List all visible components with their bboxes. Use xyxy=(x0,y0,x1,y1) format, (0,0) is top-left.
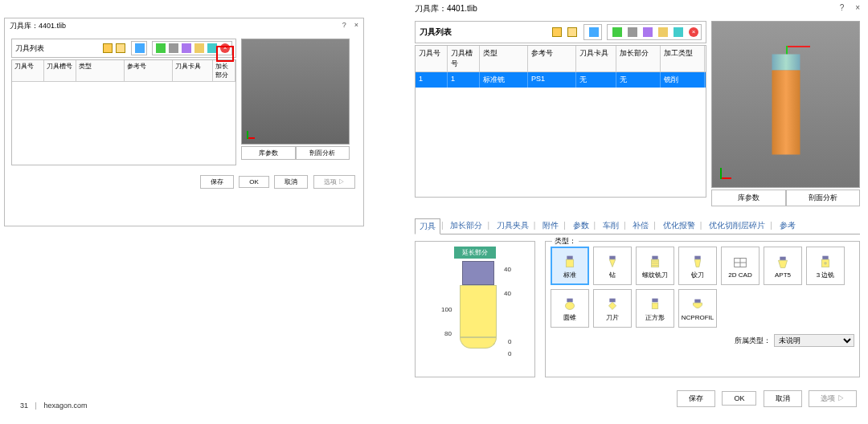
svg-rect-23 xyxy=(652,298,657,302)
tab-holder[interactable]: 刀具夹具 xyxy=(493,218,533,233)
svg-marker-10 xyxy=(694,259,700,267)
tool-icon-3[interactable] xyxy=(168,43,179,54)
left-library-dialog: 刀具库：4401.tlib ? × 刀具列表 xyxy=(4,18,364,226)
svg-rect-2 xyxy=(609,255,615,259)
type-reamer[interactable]: 铰刀 xyxy=(678,247,717,285)
tab-attachment[interactable]: 附件 xyxy=(538,218,563,233)
tool-icon-3[interactable] xyxy=(626,26,639,39)
tool-icon-5[interactable] xyxy=(657,26,669,39)
left-options-button[interactable]: 选项 ▷ xyxy=(313,175,355,189)
type-3flute[interactable]: 3 边铣 xyxy=(806,247,845,285)
type-insert[interactable]: 刀片 xyxy=(593,289,632,328)
right-ok-button[interactable]: OK xyxy=(722,391,756,406)
right-cancel-button[interactable]: 取消 xyxy=(764,390,802,407)
axis-icon xyxy=(720,165,735,179)
svg-marker-15 xyxy=(779,260,788,267)
belong-type-label: 所属类型： xyxy=(735,336,771,346)
page-footer: 31 | hexagon.com xyxy=(20,402,87,410)
left-ok-button[interactable]: OK xyxy=(239,176,269,188)
type-standard[interactable]: 标准 xyxy=(551,247,589,285)
right-options-button[interactable]: 选项 ▷ xyxy=(809,390,857,407)
svg-rect-19 xyxy=(567,298,572,302)
tool-icon-4[interactable] xyxy=(181,43,192,54)
tool-icon-1[interactable] xyxy=(588,26,600,39)
red-highlight-box xyxy=(216,46,234,62)
type-cone[interactable]: 圆锥 xyxy=(551,289,589,328)
type-apt5[interactable]: APT5 xyxy=(764,247,802,285)
svg-rect-9 xyxy=(694,255,700,259)
svg-rect-16 xyxy=(822,255,828,259)
section-analysis-button[interactable]: 剖面分析 xyxy=(786,190,861,206)
left-tool-table: 刀具号 刀具槽号 类型 参考号 刀具卡具 加长部分 xyxy=(11,59,236,165)
right-save-button[interactable]: 保存 xyxy=(677,390,715,407)
left-help-button[interactable]: ? xyxy=(342,21,346,29)
lib-params-button[interactable]: 库参数 xyxy=(241,146,296,160)
tool-icon-5[interactable] xyxy=(194,43,205,54)
svg-rect-25 xyxy=(694,299,700,303)
type-thread-mill[interactable]: 螺纹铣刀 xyxy=(636,247,674,285)
tab-extension[interactable]: 加长部分 xyxy=(446,218,486,233)
right-help-button[interactable]: ? xyxy=(840,3,845,12)
svg-rect-4 xyxy=(652,255,657,259)
svg-point-18 xyxy=(824,262,827,265)
type-drill[interactable]: 钻 xyxy=(593,247,632,285)
paste-icon[interactable] xyxy=(115,43,126,54)
table-row[interactable]: 1 1 标准铣 PS1 无 无 铣削 xyxy=(416,72,706,88)
tool-icon-1[interactable] xyxy=(134,43,145,54)
section-analysis-button[interactable]: 剖面分析 xyxy=(296,146,350,160)
tool-icon-6[interactable] xyxy=(672,26,685,39)
type-panel: 类型： 标准 钻 螺纹铣刀 铰刀 xyxy=(545,241,860,377)
tool-3d-model xyxy=(772,55,800,155)
tab-turning[interactable]: 车削 xyxy=(599,218,623,233)
left-list-header: 刀具列表 × xyxy=(11,39,236,58)
right-3d-preview[interactable] xyxy=(711,21,860,188)
tab-reference[interactable]: 参考 xyxy=(776,218,800,233)
copy-icon[interactable] xyxy=(551,26,563,39)
copy-icon[interactable] xyxy=(102,43,113,54)
type-2d-cad[interactable]: 2D CAD xyxy=(721,247,760,285)
tab-opt-chip[interactable]: 优化切削层碎片 xyxy=(705,218,769,233)
tool-diagram: 延长部分 100 80 40 40 0 0 xyxy=(415,241,535,377)
belong-type-select[interactable]: 未说明 xyxy=(774,334,854,347)
axis-icon xyxy=(247,128,258,139)
type-ncprofil[interactable]: NCPROFIL xyxy=(678,289,717,328)
right-dialog-title: 刀具库：4401.tlib xyxy=(415,3,477,14)
right-list-header: 刀具列表 × xyxy=(415,21,706,43)
svg-marker-3 xyxy=(609,259,615,267)
right-tool-table: 刀具号 刀具槽号 类型 参考号 刀具卡具 加长部分 加工类型 1 1 标准铣 P… xyxy=(415,45,706,198)
tool-icon-2[interactable] xyxy=(611,26,624,39)
tab-compensation[interactable]: 补偿 xyxy=(628,218,653,233)
right-close-button[interactable]: × xyxy=(855,3,860,12)
tab-opt-alarm[interactable]: 优化报警 xyxy=(659,218,699,233)
left-save-button[interactable]: 保存 xyxy=(200,175,234,189)
svg-rect-0 xyxy=(567,255,572,259)
tab-params[interactable]: 参数 xyxy=(569,218,593,233)
left-dialog-title: 刀具库：4401.tlib xyxy=(10,21,66,31)
left-close-button[interactable]: × xyxy=(354,21,358,29)
svg-rect-1 xyxy=(566,259,573,267)
paste-icon[interactable] xyxy=(566,26,579,39)
type-square[interactable]: 正方形 xyxy=(636,289,674,328)
delete-icon[interactable]: × xyxy=(687,26,700,39)
svg-rect-24 xyxy=(652,303,657,308)
tab-tool[interactable]: 刀具 xyxy=(415,218,440,234)
svg-rect-21 xyxy=(609,298,615,302)
left-3d-preview[interactable] xyxy=(241,39,350,145)
lib-params-button[interactable]: 库参数 xyxy=(711,190,786,206)
svg-point-20 xyxy=(566,302,575,309)
tab-strip: 刀具| 加长部分| 刀具夹具| 附件| 参数| 车削| 补偿| 优化报警| 优化… xyxy=(415,218,860,234)
tool-icon-2[interactable] xyxy=(155,43,166,54)
svg-rect-14 xyxy=(780,256,785,260)
left-cancel-button[interactable]: 取消 xyxy=(274,175,308,189)
right-library-dialog: 刀具库：4401.tlib ? × 刀具列表 xyxy=(408,0,866,424)
tool-icon-4[interactable] xyxy=(641,26,654,39)
svg-marker-22 xyxy=(608,302,616,309)
